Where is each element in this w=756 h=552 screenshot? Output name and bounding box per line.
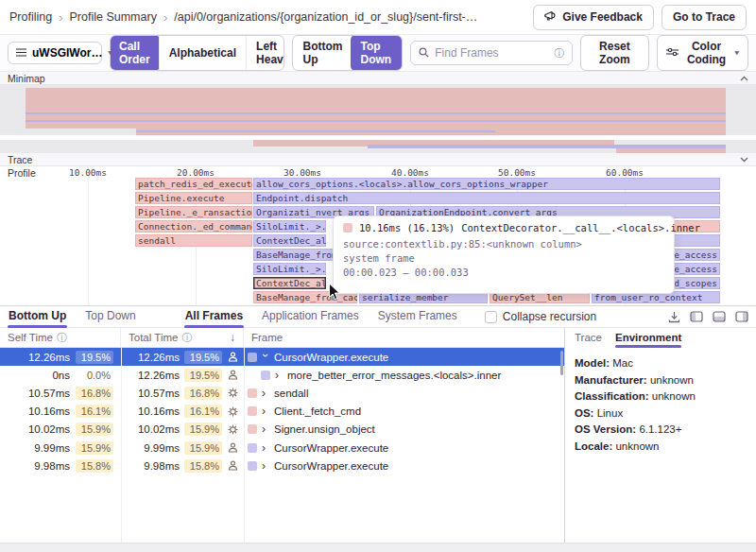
give-feedback-button[interactable]: Give Feedback [533,5,654,30]
top-bar: Profiling › Profile Summary › /api/0/org… [0,0,756,34]
total-time-percent: 15.9% [184,423,222,436]
thread-selector[interactable]: uWSGIWor… ▾ [8,42,102,64]
minimap-block [26,120,726,122]
total-time-column-header[interactable]: Total Time ⓘ ↓ [121,328,244,347]
total-time-value: 10.16ms [138,405,180,417]
chevron-right-icon[interactable]: › [262,423,269,436]
env-entry: Model: Mac [575,355,747,372]
chevron-right-icon[interactable]: › [262,387,269,400]
details-tab-environment[interactable]: Environment [615,332,681,347]
flame-frame[interactable]: SiloLimit._>.over [253,263,326,275]
breadcrumb-profiling[interactable]: Profiling [9,10,52,24]
flame-frame[interactable]: Pipeline._e_ransaction [135,206,252,218]
find-frames-search[interactable]: ⓘ [410,41,573,65]
self-time-percent: 0.0% [76,369,113,382]
self-time-percent: 16.1% [76,405,113,418]
direction-mode-top-down[interactable]: Top Down [351,35,403,71]
ruler-tick: 30.00ms [284,167,321,178]
table-row[interactable]: 10.02ms15.9%10.02ms15.9%›Signer.unsign_o… [0,421,564,439]
minimap-header: Minimap [0,72,756,85]
go-to-trace-button[interactable]: Go to Trace [662,5,747,30]
breadcrumb-separator: › [59,10,62,25]
tab-system-frames[interactable]: System Frames [377,306,458,327]
frame-table-header: Self Time ⓘ Total Time ⓘ ↓ Frame [0,328,564,348]
flamegraph-toolbar: uWSGIWor… ▾ Call OrderAlphabeticalLeft H… [0,34,756,72]
breadcrumb-profile-summary[interactable]: Profile Summary [70,10,157,24]
table-row[interactable]: 12.26ms19.5%12.26ms19.5%›CursorWrapper.e… [0,348,564,366]
flame-frame[interactable]: sendall [135,234,252,247]
info-icon: ⓘ [181,331,192,345]
direction-mode-bottom-up[interactable]: Bottom Up [293,36,352,70]
search-input[interactable] [435,46,548,60]
dock-bottom-icon[interactable] [713,311,726,322]
system-frame-icon [227,405,239,418]
system-frame-icon [227,423,239,436]
flame-frame[interactable]: allow_cors_options.<locals>.allow_cors_o… [253,178,720,190]
total-time-percent: 15.8% [184,459,222,473]
total-time-percent: 15.9% [184,441,222,455]
total-time-value: 10.02ms [138,423,180,435]
minimap-canvas[interactable] [0,85,756,153]
frame-name: sendall [274,388,308,399]
chevron-right-icon[interactable]: › [262,459,269,473]
tab-top-down[interactable]: Top Down [84,306,136,327]
sort-mode-left-heavy[interactable]: Left Heavy [246,36,284,70]
tab-all-frames[interactable]: All Frames [184,306,244,327]
total-time-value: 9.99ms [144,442,180,454]
tooltip-frame-name: ContextDecorator.__call__.<locals>.inner [461,222,700,233]
info-icon: ⓘ [554,46,564,60]
table-row[interactable]: 10.16ms16.1%10.16ms16.1%›Client._fetch_c… [0,403,564,421]
collapse-minimap-icon[interactable] [740,76,748,81]
chevron-right-icon[interactable]: › [262,405,269,418]
color-coding-button[interactable]: Color Coding ▾ [657,35,748,71]
frame-column-header[interactable]: Frame [244,328,290,347]
flame-frame[interactable]: Endpoint.dispatch [253,192,720,204]
minimap-block [136,130,495,132]
total-time-value: 12.26ms [138,370,180,381]
collapse-recursion-label: Collapse recursion [503,310,596,323]
flame-frame[interactable]: BaseManage_from_c [253,249,335,261]
breadcrumb-transaction[interactable]: /api/0/organizations/{organization_id_or… [174,10,477,24]
reset-zoom-button[interactable]: Reset Zoom [580,35,648,71]
table-row[interactable]: 9.99ms15.9%9.99ms15.9%›CursorWrapper.exe… [0,439,564,457]
details-tab-trace[interactable]: Trace [575,332,602,347]
frame-color-swatch [343,223,352,233]
flamegraph-canvas[interactable]: Profile 10.00ms20.00ms30.00ms40.00ms50.0… [0,167,756,305]
self-time-value: 9.99ms [34,442,70,454]
checkbox-icon[interactable] [485,311,497,323]
self-time-column-header[interactable]: Self Time ⓘ [0,328,121,347]
sort-descending-icon[interactable]: ↓ [230,331,235,344]
flame-frame[interactable]: ContextDec_als>.i [253,234,326,247]
minimap-block [26,112,726,114]
chevron-right-icon[interactable]: › [275,369,283,382]
chevron-down-icon[interactable]: › [259,354,272,361]
flame-frame[interactable]: patch_redis_ed_execute [135,178,252,190]
flame-frame[interactable] [667,234,720,247]
export-icon[interactable] [668,311,680,323]
sort-mode-call-order[interactable]: Call Order [110,35,160,71]
application-frame-icon [227,351,239,363]
chevron-right-icon[interactable]: › [262,441,269,455]
sort-mode-alphabetical[interactable]: Alphabetical [159,36,246,70]
horizontal-scrollbar-track[interactable] [0,543,756,552]
total-time-percent: 16.1% [184,405,222,418]
table-row[interactable]: 0ns0.0%12.26ms19.5%›more_better_error_me… [0,366,564,384]
dock-left-icon[interactable] [690,311,703,322]
application-frame-icon [227,369,239,381]
flame-frame[interactable]: Connection._ed_command [135,220,252,233]
tab-application-frames[interactable]: Application Frames [261,306,360,327]
vertical-scrollbar[interactable] [560,351,563,375]
ruler-tick: 40.00ms [391,167,429,178]
collapse-recursion-checkbox[interactable]: Collapse recursion [485,310,596,323]
table-row[interactable]: 10.57ms16.8%10.57ms16.8%›sendall [0,384,564,402]
total-time-value: 10.57ms [138,388,180,399]
collapse-trace-icon[interactable] [740,157,748,163]
profile-row-label: Profile [8,167,36,179]
flame-frame[interactable]: SiloLimit._>.over [253,220,326,233]
dock-right-icon[interactable] [735,311,748,322]
flame-frame[interactable]: Pipeline.execute [135,192,252,204]
table-row[interactable]: 9.98ms15.8%9.98ms15.8%›CursorWrapper.exe… [0,457,564,474]
env-entry: OS: Linux [575,405,747,423]
flame-frame[interactable]: ContextDec_als>.i [253,277,326,289]
tab-bottom-up[interactable]: Bottom Up [8,306,67,327]
